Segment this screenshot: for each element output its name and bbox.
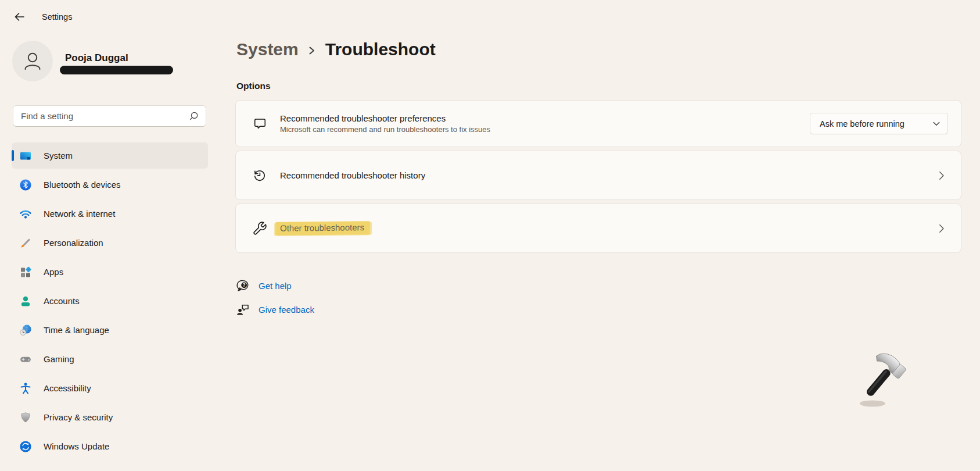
app-title: Settings xyxy=(42,12,72,22)
sidebar-item-time-language[interactable]: Time & language xyxy=(12,317,208,343)
comment-bubble-icon xyxy=(252,116,267,131)
page-title: Troubleshoot xyxy=(325,40,436,59)
accessibility-icon xyxy=(19,382,32,395)
sidebar-item-network-internet[interactable]: Network & internet xyxy=(12,201,208,227)
sidebar-item-label: Bluetooth & devices xyxy=(44,180,121,190)
dropdown-value: Ask me before running xyxy=(820,119,904,129)
bluetooth-icon xyxy=(19,179,32,191)
row-subtitle: Microsoft can recommend and run troubles… xyxy=(280,125,490,134)
sidebar-item-privacy-security[interactable]: Privacy & security xyxy=(12,404,208,430)
sidebar-item-bluetooth-devices[interactable]: Bluetooth & devices xyxy=(12,172,208,198)
row-troubleshooter-history[interactable]: Recommended troubleshooter history xyxy=(235,151,961,200)
sidebar-nav: System Bluetooth & devices Network & int… xyxy=(12,142,208,462)
windows-update-icon xyxy=(19,440,32,453)
highlighted-row-title: Other troubleshooters xyxy=(275,221,370,236)
sidebar-item-label: Personalization xyxy=(44,238,103,248)
sidebar-item-label: Accounts xyxy=(44,296,80,306)
hammer-cursor-image xyxy=(858,351,914,412)
sidebar-item-system[interactable]: System xyxy=(12,142,208,169)
person-icon xyxy=(21,49,44,73)
sidebar-item-gaming[interactable]: Gaming xyxy=(12,346,208,372)
get-help-link[interactable]: ? Get help xyxy=(235,277,314,294)
sidebar-item-label: Privacy & security xyxy=(44,412,113,422)
sidebar-item-personalization[interactable]: Personalization xyxy=(12,230,208,256)
shield-icon xyxy=(19,411,32,424)
give-feedback-link[interactable]: Give feedback xyxy=(235,301,314,317)
gaming-icon xyxy=(19,353,32,366)
back-arrow-icon xyxy=(13,11,26,23)
row-other-troubleshooters[interactable]: Other troubleshooters xyxy=(235,204,961,253)
avatar xyxy=(12,41,53,81)
preferences-dropdown[interactable]: Ask me before running xyxy=(810,113,948,134)
sidebar-item-accessibility[interactable]: Accessibility xyxy=(12,375,208,401)
row-title: Recommended troubleshooter history xyxy=(280,170,425,180)
history-icon xyxy=(252,167,267,183)
options-group: Recommended troubleshooter preferences M… xyxy=(235,100,961,256)
search-icon[interactable] xyxy=(189,111,199,121)
chevron-right-icon xyxy=(939,171,945,180)
row-title: Recommended troubleshooter preferences xyxy=(280,113,490,123)
sidebar-item-label: Windows Update xyxy=(44,441,109,451)
section-label: Options xyxy=(236,81,271,91)
breadcrumb-parent[interactable]: System xyxy=(236,40,299,59)
breadcrumb: System Troubleshoot xyxy=(236,40,436,59)
apps-icon xyxy=(19,266,32,279)
sidebar-item-windows-update[interactable]: Windows Update xyxy=(12,433,208,459)
link-label: Get help xyxy=(259,281,292,291)
titlebar: Settings xyxy=(9,8,72,26)
profile-area[interactable]: Pooja Duggal xyxy=(12,41,210,85)
sidebar-item-label: Accessibility xyxy=(44,383,91,393)
sidebar-item-apps[interactable]: Apps xyxy=(12,259,208,285)
network-icon xyxy=(19,208,32,220)
help-bubble-icon: ? xyxy=(235,279,250,293)
search-input[interactable] xyxy=(13,111,189,121)
chevron-down-icon xyxy=(933,122,940,126)
back-button[interactable] xyxy=(9,8,29,26)
sidebar-item-label: Network & internet xyxy=(44,209,115,219)
search-box[interactable] xyxy=(13,105,206,127)
sidebar-item-label: Apps xyxy=(44,267,63,277)
sidebar-item-accounts[interactable]: Accounts xyxy=(12,288,208,314)
chevron-right-icon xyxy=(939,224,945,233)
sidebar-item-label: Gaming xyxy=(44,354,74,364)
accounts-icon xyxy=(19,295,32,308)
time-language-icon xyxy=(19,324,32,337)
wrench-icon xyxy=(252,221,267,236)
link-label: Give feedback xyxy=(259,305,314,315)
feedback-person-icon xyxy=(235,302,250,317)
chevron-right-icon xyxy=(308,45,315,56)
svg-text:?: ? xyxy=(242,282,245,288)
redacted-email-bar xyxy=(60,66,173,74)
sidebar-item-label: Time & language xyxy=(44,325,109,335)
row-troubleshooter-preferences: Recommended troubleshooter preferences M… xyxy=(235,100,961,147)
sidebar-item-label: System xyxy=(44,151,73,160)
help-links: ? Get help Give feedback xyxy=(235,277,314,325)
system-icon xyxy=(19,149,32,162)
profile-name: Pooja Duggal xyxy=(65,52,128,64)
personalization-icon xyxy=(19,237,32,249)
